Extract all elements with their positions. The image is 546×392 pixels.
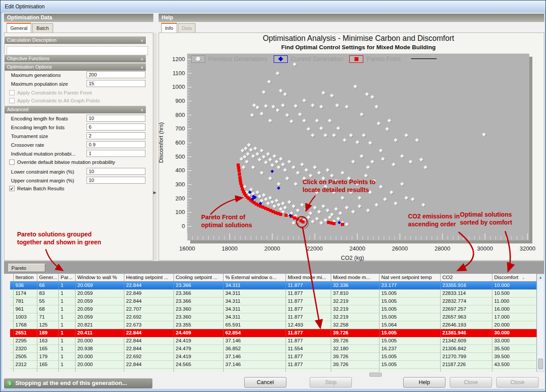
row-gutter: [10, 337, 14, 345]
column-header-window-to-wall-[interactable]: Window to wall %: [76, 274, 124, 282]
table-cell: [224, 369, 286, 372]
column-header-cooling-setpoint-[interactable]: Cooling setpoint ...: [174, 274, 224, 282]
table-row[interactable]: 117483120.05922.84923.36634.31111.87737.…: [10, 290, 537, 298]
help-button[interactable]: Help: [403, 377, 445, 388]
section-objective-functions[interactable]: Objective Functions»: [4, 54, 146, 63]
y-tick-label: 1200: [166, 56, 185, 62]
table-row[interactable]: 93666120.05922.84423.36634.31111.87732.3…: [10, 282, 537, 290]
table-cell: 1: [59, 345, 76, 353]
row-gutter: [10, 305, 14, 313]
table-cell: 39.726: [331, 353, 380, 361]
table-cell: [37, 369, 59, 372]
table-cell: 32.219: [331, 313, 380, 321]
table-row[interactable]: 2312165120.00022.84424.56537.14611.87739…: [10, 361, 537, 369]
table-row[interactable]: 2651189120.41122.84424.40962.85411.87739…: [10, 329, 537, 337]
table-cell: 1: [59, 298, 76, 305]
x-axis-title: CO2 (kg): [341, 254, 364, 261]
panel-splitter[interactable]: ▶: [153, 33, 157, 261]
table-cell: 22832.774: [441, 298, 492, 305]
column-header--external-window-o-[interactable]: % External window o...: [224, 274, 286, 282]
column-header-discomfort[interactable]: Discomfort▲: [492, 274, 537, 282]
table-row[interactable]: 96168120.05922.70723.36034.31111.87732.2…: [10, 305, 537, 313]
results-table-body: 93666120.05922.84423.36634.31111.87732.3…: [10, 282, 537, 372]
table-cell: [331, 369, 380, 372]
override-bitwise-checkbox[interactable]: [9, 160, 14, 165]
tab-general[interactable]: General: [7, 23, 31, 33]
table-row[interactable]: [10, 369, 537, 372]
horizontal-scroll-thumb[interactable]: [369, 373, 382, 377]
max-generations-input[interactable]: [87, 71, 145, 78]
retain-batch-checkbox[interactable]: ✔: [9, 186, 14, 191]
column-header-mixed-mode-mi-[interactable]: Mixed mode mi...: [286, 274, 331, 282]
encoding-lists-input[interactable]: [87, 123, 145, 131]
column-header-co2[interactable]: CO2: [441, 274, 492, 282]
calculation-description-input[interactable]: [7, 46, 148, 55]
column-header-gener-[interactable]: Gener...: [37, 274, 59, 282]
x-tick-label: 22000: [300, 245, 330, 252]
y-tick-label: 300: [166, 181, 185, 188]
table-cell: 22.692: [124, 353, 174, 361]
tournament-size-input[interactable]: [87, 132, 145, 139]
section-advanced[interactable]: Advanced»: [4, 105, 146, 114]
group-by-band: Pareto ▲: [4, 261, 544, 274]
table-cell: 21306.842: [441, 345, 492, 353]
table-cell: 24.479: [174, 345, 224, 353]
tab-batch[interactable]: Batch: [32, 23, 53, 33]
table-row[interactable]: 2320165120.93822.84424.47936.85211.55432…: [10, 345, 537, 353]
splitter-expand-icon[interactable]: ▶: [153, 190, 156, 195]
crossover-rate-input[interactable]: [87, 141, 145, 148]
max-population-input[interactable]: [87, 80, 145, 87]
close-button[interactable]: Close: [450, 377, 492, 388]
table-row[interactable]: 100371120.05922.69223.36034.31111.87732.…: [10, 313, 537, 321]
table-row[interactable]: 2295163120.00022.84424.41937.14611.87739…: [10, 337, 537, 345]
section-optimisation-options[interactable]: Optimisation Options»: [4, 63, 146, 71]
upper-margin-input[interactable]: [87, 177, 145, 184]
table-cell: 15.005: [380, 337, 441, 345]
table-cell: 23355.916: [441, 282, 492, 290]
table-vertical-scrollbar[interactable]: ▲ ▼: [537, 274, 544, 372]
table-cell: [380, 369, 441, 372]
encoding-floats-input[interactable]: [87, 115, 145, 122]
table-cell: 22833.114: [441, 290, 492, 298]
lower-margin-input[interactable]: [87, 168, 145, 175]
table-cell: 1: [59, 353, 76, 361]
title-bar[interactable]: Edit Optimisation: [0, 0, 546, 13]
table-cell: [124, 369, 174, 372]
mutation-probability-input[interactable]: [87, 150, 145, 157]
column-header-par-[interactable]: Par...: [59, 274, 76, 282]
table-cell: 20.000: [76, 361, 124, 369]
column-header-iteration[interactable]: Iteration: [14, 274, 37, 282]
close-button[interactable]: Close: [496, 377, 539, 388]
table-cell: 179: [37, 353, 59, 361]
y-tick-label: 100: [166, 209, 185, 215]
chart-title: Optimisation Analysis - Minimise Carbon …: [189, 34, 528, 43]
column-header-heating-setpoint-[interactable]: Heating setpoint ...: [124, 274, 174, 282]
table-cell: 39.726: [331, 337, 380, 345]
tab-info[interactable]: Info: [161, 23, 177, 33]
table-cell: 32.219: [331, 305, 380, 313]
scroll-up-icon[interactable]: ▲: [538, 275, 543, 281]
table-row[interactable]: 78155120.05922.84423.36634.31111.87732.2…: [10, 298, 537, 305]
vertical-scroll-thumb[interactable]: [538, 359, 543, 369]
apply-constraints-pareto-checkbox[interactable]: [9, 90, 14, 95]
table-cell: 1: [59, 290, 76, 298]
table-row[interactable]: 2505179120.00022.69224.41937.14611.87739…: [10, 353, 537, 361]
group-by-pareto-button[interactable]: Pareto ▲: [8, 264, 45, 272]
table-horizontal-scrollbar[interactable]: [4, 372, 544, 377]
table-cell: 34.311: [224, 313, 286, 321]
tab-data[interactable]: Data: [178, 23, 195, 33]
cancel-button[interactable]: Cancel: [244, 377, 286, 388]
section-calculation-description[interactable]: Calculation Description»: [4, 36, 146, 44]
column-header-nat-vent-setpoint-temp[interactable]: Nat vent setpoint temp: [380, 274, 441, 282]
chevron-down-icon: »: [138, 66, 145, 69]
table-cell: 12.493: [286, 321, 331, 329]
column-header-mixed-mode-m-[interactable]: Mixed mode m...: [331, 274, 380, 282]
stop-button[interactable]: Stop: [310, 377, 352, 388]
row-gutter: [10, 353, 14, 361]
table-cell: 1: [59, 305, 76, 313]
table-row[interactable]: 1768125120.82122.67323.35565.59112.49332…: [10, 321, 537, 329]
apply-constraints-all-checkbox[interactable]: [9, 98, 14, 103]
table-header-gutter: [10, 274, 14, 282]
table-cell: 20.000: [76, 337, 124, 345]
table-cell: 24.565: [174, 361, 224, 369]
